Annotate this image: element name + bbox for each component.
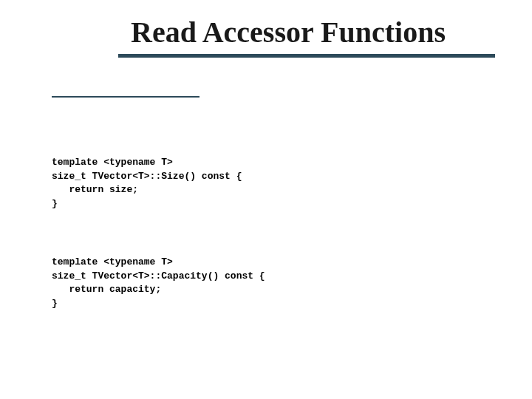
title-block: Read Accessor Functions [52, 15, 495, 98]
rule-thick [118, 54, 495, 58]
code-area: template <typename T> size_t TVector<T>:… [52, 128, 495, 355]
slide: Read Accessor Functions template <typena… [0, 0, 532, 399]
title-rules [52, 54, 495, 98]
code-block-size: template <typename T> size_t TVector<T>:… [52, 156, 495, 211]
code-block-capacity: template <typename T> size_t TVector<T>:… [52, 256, 495, 311]
slide-title: Read Accessor Functions [81, 15, 495, 54]
rule-thin [52, 96, 200, 98]
